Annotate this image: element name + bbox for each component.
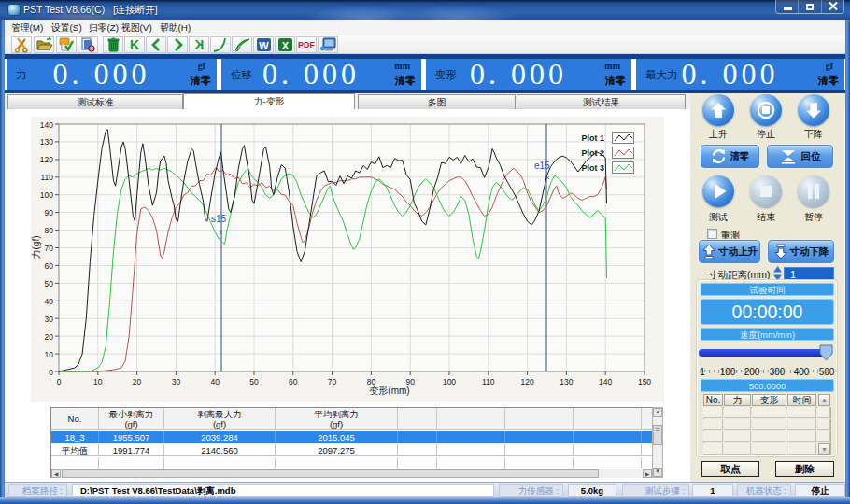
svg-text:20: 20 [133, 377, 142, 386]
svg-text:110: 110 [40, 173, 53, 182]
svg-text:140: 140 [40, 120, 53, 130]
svg-text:80: 80 [45, 226, 54, 235]
svg-text:10: 10 [45, 350, 54, 359]
svg-text:50: 50 [45, 279, 54, 288]
svg-text:0: 0 [57, 377, 62, 386]
svg-text:30: 30 [172, 377, 181, 386]
svg-text:Plot 3: Plot 3 [581, 163, 604, 173]
svg-text:Plot 2: Plot 2 [581, 148, 604, 158]
svg-text:30: 30 [45, 315, 54, 324]
svg-text:40: 40 [210, 377, 220, 386]
svg-text:X: X [281, 40, 289, 51]
svg-text:60: 60 [45, 261, 54, 271]
svg-text:140: 140 [599, 377, 612, 386]
svg-text:20: 20 [45, 332, 54, 342]
svg-text:100: 100 [443, 377, 456, 386]
svg-text:10: 10 [93, 377, 103, 386]
svg-text:110: 110 [482, 377, 495, 386]
svg-text:0: 0 [49, 368, 53, 377]
svg-text:150: 150 [638, 377, 651, 386]
svg-text:70: 70 [45, 244, 54, 253]
svg-text:力(gf): 力(gf) [31, 236, 41, 259]
svg-text:变形(mm): 变形(mm) [369, 385, 409, 396]
svg-text:90: 90 [45, 208, 54, 217]
svg-text:60: 60 [289, 377, 298, 386]
svg-text:W: W [259, 40, 269, 51]
svg-text:e15: e15 [534, 161, 550, 171]
svg-text:Plot 1: Plot 1 [581, 133, 604, 143]
svg-text:100: 100 [40, 190, 53, 200]
svg-text:130: 130 [40, 137, 53, 147]
svg-text:50: 50 [249, 377, 259, 386]
svg-text:×: × [219, 229, 223, 237]
svg-text:40: 40 [45, 297, 54, 306]
svg-text:s15: s15 [211, 214, 227, 224]
svg-text:120: 120 [40, 155, 53, 164]
svg-text:70: 70 [328, 377, 337, 386]
svg-text:120: 120 [521, 377, 534, 386]
svg-text:130: 130 [560, 377, 573, 386]
